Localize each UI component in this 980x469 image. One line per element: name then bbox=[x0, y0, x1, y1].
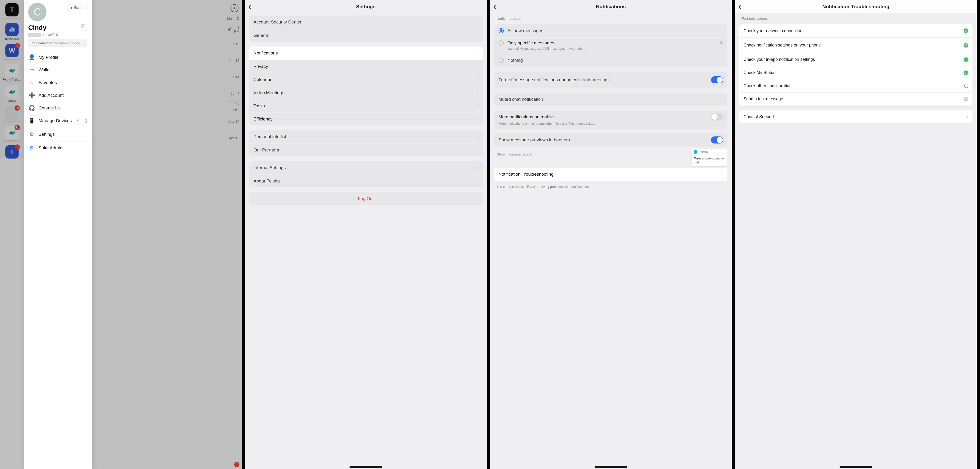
row-video-meetings[interactable]: Video Meetings› bbox=[249, 86, 483, 99]
menu-contact-us[interactable]: 🎧 Contact Us bbox=[24, 102, 92, 114]
back-button[interactable]: ‹ bbox=[248, 2, 251, 11]
row-description: buzz, @Me messages, @All messages, priva… bbox=[499, 46, 585, 51]
row-turn-off-during-calls[interactable]: Turn off message notifications during ca… bbox=[494, 72, 728, 88]
preview-message: Teresa: Looks good to me! bbox=[692, 155, 727, 166]
check-inapp-settings[interactable]: Check your in-app notification settings … bbox=[739, 53, 972, 66]
rail-workspace-nbcs[interactable]: NBCS bbox=[0, 85, 24, 103]
menu-suite-admin[interactable]: ⚙ Suite Admin bbox=[24, 141, 92, 154]
row-notification-troubleshooting[interactable]: Notification Troubleshooting › bbox=[494, 168, 728, 181]
home-indicator bbox=[840, 466, 872, 467]
row-label: Our Partners bbox=[253, 148, 477, 153]
svg-rect-6 bbox=[83, 27, 84, 27]
row-calendar[interactable]: Calendar› bbox=[249, 73, 483, 86]
row-muted-chat[interactable]: Muted chat notification › bbox=[494, 93, 728, 106]
toggle-switch[interactable] bbox=[711, 137, 723, 143]
row-label: Check your in-app notification settings bbox=[743, 57, 964, 62]
back-button[interactable]: ‹ bbox=[738, 2, 741, 11]
row-mute-on-mobile[interactable]: Mute notifications on mobile Mute notifi… bbox=[494, 111, 728, 129]
radio-specific-messages[interactable]: Only specific messages ✎ buzz, @Me messa… bbox=[494, 37, 728, 54]
row-description: Mute notifications on this phone when I'… bbox=[499, 121, 595, 126]
avatar[interactable]: C bbox=[28, 3, 46, 21]
row-log-out[interactable]: Log Out bbox=[249, 192, 483, 205]
background-list: + Me D 📌8 PM Jun 15 Jun 15 Jun 14 Jun 7 … bbox=[227, 0, 242, 469]
menu-add-account[interactable]: ➕ Add Account bbox=[24, 89, 92, 102]
rail-workspace-i[interactable]: I 6 bbox=[0, 145, 24, 159]
wallet-icon: ▭ bbox=[29, 67, 35, 73]
menu-manage-devices[interactable]: 📱 Manage Devices 6 ▯ bbox=[24, 114, 92, 127]
rail-workspace-feishu-personal[interactable]: Feishu Perso... bbox=[0, 64, 24, 81]
profile-drawer: C + Status Cindy › Unverified https://by… bbox=[24, 0, 92, 469]
row-about-feishu[interactable]: About Feishu› bbox=[249, 174, 483, 188]
check-my-status[interactable]: Check My Status ✓ bbox=[739, 66, 972, 79]
headset-icon: 🎧 bbox=[29, 105, 35, 111]
badge: 6 bbox=[15, 145, 20, 149]
new-chat-button[interactable]: + bbox=[231, 4, 239, 12]
row-personal-info[interactable]: Personal info list› bbox=[249, 130, 483, 143]
check-network[interactable]: Check your network connection ✓ bbox=[739, 24, 972, 37]
list-time: Jun 15 bbox=[229, 59, 239, 62]
menu-wallet[interactable]: ▭ Wallet bbox=[24, 64, 92, 76]
row-privacy[interactable]: Privacy› bbox=[249, 60, 483, 73]
home-indicator bbox=[349, 466, 382, 467]
row-account-security[interactable]: Account Security Center› bbox=[249, 16, 483, 29]
badge: 2 bbox=[234, 462, 239, 467]
menu-label: Favorites bbox=[38, 80, 57, 85]
row-efficiency[interactable]: Efficiency› bbox=[249, 112, 483, 126]
rail-letter: T bbox=[10, 6, 14, 14]
row-label: Mute notifications on mobile bbox=[499, 114, 711, 119]
toggle-switch[interactable] bbox=[711, 76, 723, 83]
chevron-right-icon: › bbox=[477, 77, 478, 82]
radio-nothing[interactable]: Nothing bbox=[494, 54, 728, 67]
row-label: Notification Troubleshooting bbox=[499, 172, 722, 177]
chevron-right-icon: › bbox=[477, 51, 478, 56]
row-our-partners[interactable]: Our Partners› bbox=[249, 143, 483, 156]
toggle-switch[interactable] bbox=[711, 113, 723, 121]
back-button[interactable]: ‹ bbox=[493, 2, 496, 11]
radio-icon bbox=[499, 40, 504, 46]
menu-label: Settings bbox=[38, 132, 55, 137]
rail-workspace-bytedance[interactable]: ByteDance bbox=[0, 23, 24, 40]
row-notifications[interactable]: Notifications› bbox=[249, 46, 483, 60]
badge: 32 bbox=[14, 105, 20, 111]
rail-workspace-t[interactable]: T bbox=[0, 3, 24, 19]
chevron-right-icon: › bbox=[477, 165, 478, 170]
chevron-right-icon: › bbox=[86, 24, 88, 29]
row-show-previews[interactable]: Show message previews in banners bbox=[494, 134, 728, 146]
check-other[interactable]: Check other configuration bbox=[739, 79, 972, 92]
row-contact-support[interactable]: Contact Support › bbox=[739, 110, 972, 123]
tab-d: D bbox=[237, 16, 239, 21]
list-time: Jun 15 bbox=[229, 42, 239, 46]
preview-app-name: Feishu bbox=[698, 150, 708, 154]
qr-button[interactable]: › bbox=[81, 24, 88, 29]
check-phone-settings[interactable]: Check notification settings on your phon… bbox=[739, 37, 972, 53]
feishu-icon bbox=[8, 87, 16, 95]
radio-all-messages[interactable]: All new messages bbox=[494, 24, 728, 37]
spinner-icon bbox=[964, 84, 968, 88]
row-label: Nothing bbox=[508, 58, 724, 63]
profile-link[interactable]: https://bytedance.feishu.cn/docs... bbox=[28, 39, 88, 47]
rail-workspace-mail[interactable]: 11 bbox=[0, 126, 24, 141]
menu-label: Wallet bbox=[38, 67, 51, 73]
edit-icon[interactable]: ✎ bbox=[720, 40, 723, 46]
feishu-icon bbox=[694, 150, 697, 154]
pending-icon: ? bbox=[964, 97, 968, 102]
rail-workspace-map[interactable]: 32 bbox=[0, 107, 24, 122]
add-status-button[interactable]: + Status bbox=[67, 4, 88, 11]
row-label: Tasks bbox=[253, 103, 477, 108]
check-test-message[interactable]: Send a test message ? bbox=[739, 92, 972, 105]
menu-settings[interactable]: ⚙ Settings bbox=[24, 128, 92, 141]
chevron-right-icon: › bbox=[477, 178, 478, 184]
row-general[interactable]: General› bbox=[249, 29, 483, 42]
star-icon: ☆ bbox=[29, 79, 35, 86]
feishu-icon bbox=[8, 129, 16, 137]
row-tasks[interactable]: Tasks› bbox=[249, 99, 483, 112]
row-internal-settings[interactable]: Internal Settings› bbox=[249, 161, 483, 174]
chevron-right-icon: › bbox=[722, 97, 724, 102]
svg-rect-3 bbox=[81, 25, 83, 26]
rail-workspace-w[interactable]: W 4 bbox=[0, 44, 24, 60]
menu-my-profile[interactable]: 👤 My Profile bbox=[24, 51, 92, 64]
menu-favorites[interactable]: ☆ Favorites bbox=[24, 76, 92, 89]
chevron-right-icon: › bbox=[477, 64, 478, 69]
section-header: Notify me about bbox=[490, 13, 732, 22]
rail-letter: I bbox=[11, 148, 13, 156]
